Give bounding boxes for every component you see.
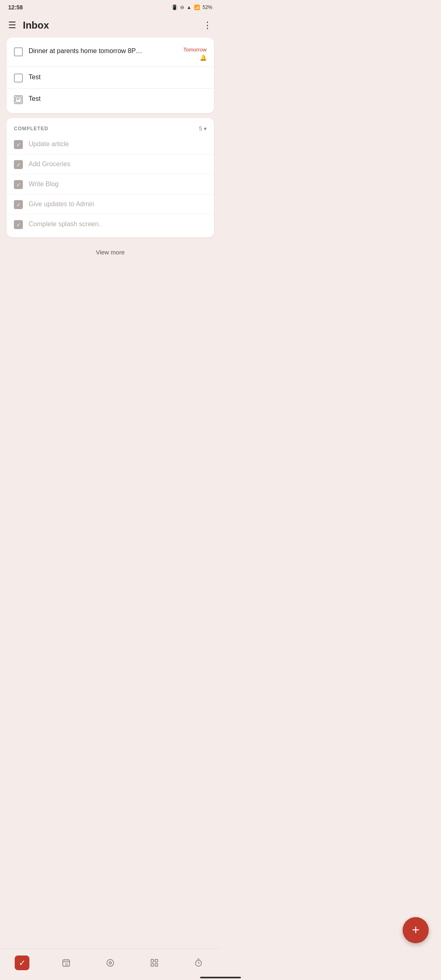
battery-text: 52%	[203, 4, 212, 10]
task-content: Test	[29, 94, 207, 103]
completed-checkbox[interactable]	[14, 220, 23, 229]
more-options-icon[interactable]: ⋮	[203, 20, 212, 31]
completed-header: COMPLETED 5 ▾	[7, 121, 214, 134]
dnd-icon: ⊖	[180, 4, 184, 10]
task-text: Dinner at parents home tomorrow 8P…	[29, 47, 180, 56]
task-text: Test	[29, 94, 207, 103]
page-title: Inbox	[23, 20, 49, 31]
status-bar: 12:58 📳 ⊖ ▲ 📶 52%	[0, 0, 220, 15]
completed-task-item[interactable]: Write Blog	[7, 174, 214, 194]
wifi-icon: ▲	[187, 4, 192, 10]
vibrate-icon: 📳	[172, 4, 178, 10]
completed-checkbox[interactable]	[14, 180, 23, 189]
completed-checkbox[interactable]	[14, 200, 23, 209]
task-content: Dinner at parents home tomorrow 8P… Tomo…	[29, 47, 207, 61]
status-icons: 📳 ⊖ ▲ 📶 52%	[172, 4, 212, 10]
chevron-down-icon: ▾	[204, 125, 207, 132]
task-meta: Tomorrow 🔔	[183, 47, 207, 61]
completed-task-item[interactable]: Give updates to Admin	[7, 194, 214, 214]
task-text: Test	[29, 73, 207, 82]
completed-task-text: Update article	[29, 140, 207, 149]
task-note-icon[interactable]	[14, 95, 23, 104]
completed-count-toggle[interactable]: 5 ▾	[199, 125, 207, 132]
completed-task-item[interactable]: Update article	[7, 134, 214, 154]
task-checkbox[interactable]	[14, 47, 23, 56]
task-item[interactable]: Dinner at parents home tomorrow 8P… Tomo…	[7, 41, 214, 67]
task-content: Test	[29, 73, 207, 82]
completed-task-text: Give updates to Admin	[29, 200, 207, 209]
signal-icon: 📶	[194, 4, 200, 10]
completed-task-item[interactable]: Add Groceries	[7, 154, 214, 174]
alarm-icon: 🔔	[200, 54, 207, 61]
view-more-button[interactable]: View more	[0, 242, 220, 262]
completed-task-text: Complete splash screen.	[29, 220, 207, 229]
completed-checkbox[interactable]	[14, 160, 23, 169]
active-tasks-card: Dinner at parents home tomorrow 8P… Tomo…	[7, 38, 214, 113]
task-checkbox[interactable]	[14, 74, 23, 82]
completed-label: COMPLETED	[14, 126, 48, 131]
task-item[interactable]: Test	[7, 67, 214, 89]
task-item[interactable]: Test	[7, 89, 214, 110]
completed-section: COMPLETED 5 ▾ Update article Add Groceri…	[7, 118, 214, 237]
header: ☰ Inbox ⋮	[0, 15, 220, 38]
header-left: ☰ Inbox	[8, 20, 49, 31]
completed-task-text: Add Groceries	[29, 160, 207, 169]
task-due-tag: Tomorrow	[183, 47, 207, 53]
completed-task-text: Write Blog	[29, 180, 207, 189]
completed-checkbox[interactable]	[14, 140, 23, 149]
completed-count-number: 5	[199, 125, 202, 132]
status-time: 12:58	[8, 4, 23, 11]
menu-icon[interactable]: ☰	[8, 20, 16, 31]
completed-task-item[interactable]: Complete splash screen.	[7, 214, 214, 234]
